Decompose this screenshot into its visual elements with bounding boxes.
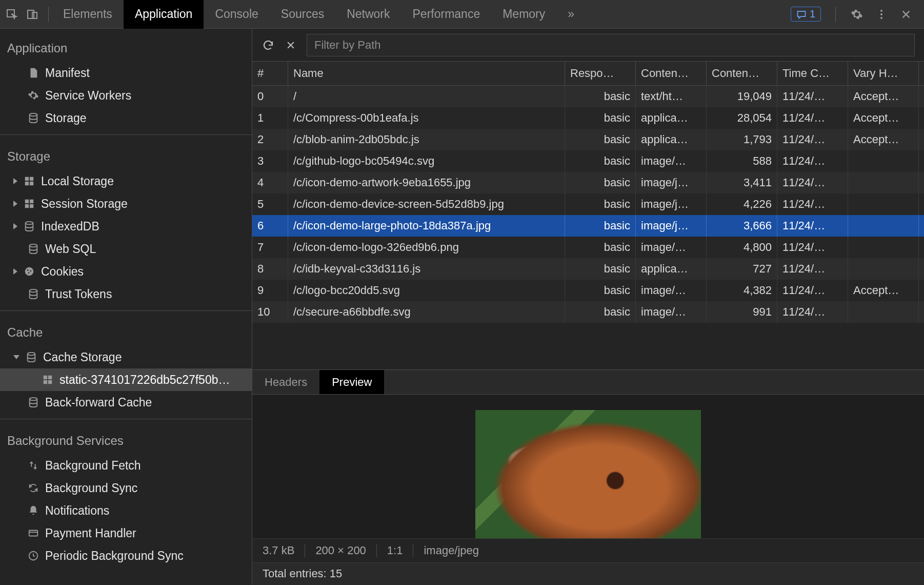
devtools-tabbar: ElementsApplicationConsoleSourcesNetwork… xyxy=(0,0,924,29)
table-row[interactable]: 10/c/secure-a66bbdfe.svgbasicimage/…9911… xyxy=(252,301,924,323)
sidebar-item-notifications[interactable]: Notifications xyxy=(0,499,252,522)
grid-icon xyxy=(23,174,36,188)
col-header[interactable]: Time C… xyxy=(777,62,848,85)
col-header[interactable]: Conten… xyxy=(636,62,707,85)
cell-vary xyxy=(848,193,919,215)
db-icon xyxy=(27,111,40,125)
col-header[interactable]: Conten… xyxy=(707,62,777,85)
svg-rect-13 xyxy=(25,204,29,208)
table-row[interactable]: 0/basictext/ht…19,04911/24/…Accept… xyxy=(252,86,924,107)
divider xyxy=(48,7,49,22)
section-title: Background Services xyxy=(0,424,252,454)
svg-rect-25 xyxy=(44,380,47,384)
device-toggle-icon[interactable] xyxy=(26,8,39,21)
sync-icon xyxy=(27,481,40,495)
table-row[interactable]: 8/c/idb-keyval-c33d3116.jsbasicapplica…7… xyxy=(252,258,924,280)
entry-detail: HeadersPreview 3.7 kB 200 × 200 1:1 imag… xyxy=(252,369,924,585)
filter-input[interactable] xyxy=(307,34,915,56)
refresh-icon[interactable] xyxy=(262,38,275,52)
svg-rect-2 xyxy=(32,12,37,18)
sidebar-item-web-sql[interactable]: Web SQL xyxy=(0,238,252,260)
sidebar-item-static-3741017226db5c27f50b-[interactable]: static-3741017226db5c27f50b… xyxy=(0,368,252,391)
detail-tab-headers[interactable]: Headers xyxy=(252,370,319,394)
tab-application[interactable]: Application xyxy=(124,0,204,29)
cell-clen: 991 xyxy=(707,301,777,323)
cell-resp: basic xyxy=(565,215,636,237)
cell-clen: 4,226 xyxy=(707,193,777,215)
divider xyxy=(835,7,836,22)
cell-vary xyxy=(848,237,919,258)
table-row[interactable]: 2/c/blob-anim-2db05bdc.jsbasicapplica…1,… xyxy=(252,129,924,150)
sidebar-item-back-forward-cache[interactable]: Back-forward Cache xyxy=(0,391,252,414)
section-title: Application xyxy=(0,32,252,62)
bell-icon xyxy=(27,504,40,517)
sidebar-item-manifest[interactable]: Manifest xyxy=(0,62,252,84)
table-row[interactable]: 6/c/icon-demo-large-photo-18da387a.jpgba… xyxy=(252,215,924,237)
svg-rect-14 xyxy=(30,204,33,208)
svg-rect-7 xyxy=(25,177,29,181)
table-header: #NameRespo…Conten…Conten…Time C…Vary H… xyxy=(252,62,924,86)
tab-performance[interactable]: Performance xyxy=(401,0,492,29)
table-row[interactable]: 4/c/icon-demo-artwork-9eba1655.jpgbasici… xyxy=(252,172,924,193)
cell-ctype: image/j… xyxy=(636,172,707,193)
cell-ctype: applica… xyxy=(636,107,707,129)
tab-elements[interactable]: Elements xyxy=(52,0,124,29)
cell-idx: 6 xyxy=(252,215,288,237)
cell-idx: 2 xyxy=(252,129,288,150)
sidebar-item-payment-handler[interactable]: Payment Handler xyxy=(0,522,252,544)
issues-badge[interactable]: 1 xyxy=(791,7,821,22)
tab-memory[interactable]: Memory xyxy=(491,0,556,29)
svg-rect-1 xyxy=(28,10,34,18)
sidebar-item-service-workers[interactable]: Service Workers xyxy=(0,84,252,107)
kebab-icon[interactable] xyxy=(875,8,888,21)
svg-rect-26 xyxy=(48,380,52,384)
cell-vary xyxy=(848,150,919,172)
sidebar-item-background-fetch[interactable]: Background Fetch xyxy=(0,454,252,477)
cell-ctype: image/… xyxy=(636,301,707,323)
detail-tab-preview[interactable]: Preview xyxy=(319,370,384,394)
col-header[interactable]: Respo… xyxy=(565,62,636,85)
table-row[interactable]: 3/c/github-logo-bc05494c.svgbasicimage/…… xyxy=(252,150,924,172)
svg-rect-11 xyxy=(25,200,29,203)
cell-ctype: image/… xyxy=(636,280,707,301)
svg-point-6 xyxy=(30,113,37,116)
cell-resp: basic xyxy=(565,193,636,215)
svg-point-3 xyxy=(880,10,882,12)
sidebar-item-local-storage[interactable]: Local Storage xyxy=(0,170,252,192)
cell-resp: basic xyxy=(565,107,636,129)
cell-ctype: image/j… xyxy=(636,215,707,237)
sidebar-item-session-storage[interactable]: Session Storage xyxy=(0,192,252,215)
table-row[interactable]: 9/c/logo-bcc20dd5.svgbasicimage/…4,38211… xyxy=(252,280,924,301)
sidebar-item-label: Cookies xyxy=(41,265,84,279)
sidebar-item-label: Notifications xyxy=(45,504,109,518)
table-row[interactable]: 5/c/icon-demo-device-screen-5d52d8b9.jpg… xyxy=(252,193,924,215)
inspect-icon[interactable] xyxy=(5,8,18,21)
table-row[interactable]: 7/c/icon-demo-logo-326ed9b6.pngbasicimag… xyxy=(252,237,924,258)
svg-point-15 xyxy=(26,222,33,225)
cell-resp: basic xyxy=(565,86,636,107)
svg-rect-24 xyxy=(48,376,52,379)
settings-icon[interactable] xyxy=(850,8,863,21)
tab-network[interactable]: Network xyxy=(335,0,401,29)
tab-console[interactable]: Console xyxy=(204,0,269,29)
col-header[interactable]: Name xyxy=(288,62,565,85)
sidebar-item-background-sync[interactable]: Background Sync xyxy=(0,477,252,499)
sidebar-item-indexeddb[interactable]: IndexedDB xyxy=(0,215,252,238)
sidebar-item-label: Web SQL xyxy=(45,242,96,256)
cell-time: 11/24/… xyxy=(777,172,848,193)
table-row[interactable]: 1/c/Compress-00b1eafa.jsbasicapplica…28,… xyxy=(252,107,924,129)
col-header[interactable]: # xyxy=(252,62,288,85)
cell-clen: 3,411 xyxy=(707,172,777,193)
sidebar-item-trust-tokens[interactable]: Trust Tokens xyxy=(0,283,252,305)
sidebar-item-cookies[interactable]: Cookies xyxy=(0,260,252,283)
tabs-overflow[interactable]: » xyxy=(556,0,586,29)
cell-name: /c/blob-anim-2db05bdc.js xyxy=(288,129,565,150)
close-icon[interactable] xyxy=(899,8,913,21)
delete-icon[interactable] xyxy=(284,38,297,52)
tab-sources[interactable]: Sources xyxy=(270,0,335,29)
col-header[interactable]: Vary H… xyxy=(848,62,919,85)
sidebar-item-storage[interactable]: Storage xyxy=(0,107,252,129)
sidebar-item-periodic-background-sync[interactable]: Periodic Background Sync xyxy=(0,544,252,567)
cell-idx: 8 xyxy=(252,258,288,280)
sidebar-item-cache-storage[interactable]: Cache Storage xyxy=(0,346,252,368)
